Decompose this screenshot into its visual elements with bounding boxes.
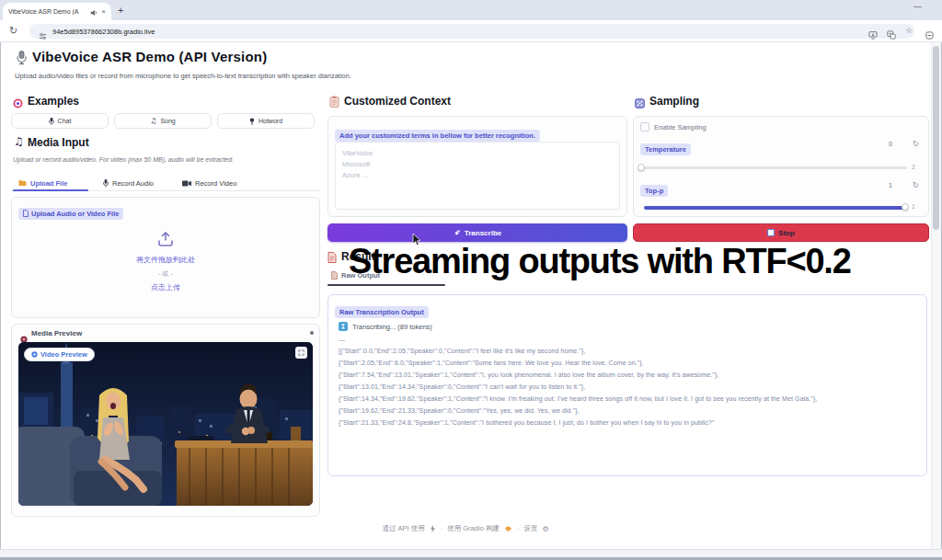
- transcription-line: {"Start":13.01,"End":14.34,"Speaker":0,"…: [339, 383, 585, 390]
- settings-gear-icon[interactable]: ⚙: [542, 525, 548, 533]
- gradio-footer: 通过 API 使用 · 使用 Gradio 构建 · 设置 ⚙: [0, 524, 931, 533]
- stop-button-label: Stop: [778, 229, 795, 237]
- transcription-line: {"Start":14.34,"End":19.62,"Speaker":1,"…: [339, 395, 817, 402]
- tab-audio-icon[interactable]: [90, 4, 98, 20]
- transcribing-icon: [339, 322, 348, 331]
- stop-button[interactable]: Stop: [633, 223, 929, 242]
- new-tab-button[interactable]: +: [118, 5, 123, 16]
- top-p-slider-thumb[interactable]: [902, 203, 909, 211]
- dropzone-line2: - 或 -: [158, 269, 173, 279]
- context-placeholder-line2: Microsoft: [342, 159, 613, 170]
- example-song-button[interactable]: ♫ Song: [114, 113, 212, 129]
- top-p-reset-icon[interactable]: ↻: [913, 181, 919, 189]
- active-tab-underline: [13, 189, 88, 191]
- browser-menu-icon[interactable]: [925, 27, 934, 43]
- top-p-value[interactable]: 1: [870, 182, 892, 189]
- bookmark-star-icon[interactable]: ☆: [905, 26, 913, 35]
- file-dropzone[interactable]: 将文件拖放到此处 - 或 - 点击上传: [11, 221, 320, 318]
- tab-upload-file-label: Upload File: [30, 179, 67, 188]
- scrollbar[interactable]: [931, 42, 941, 549]
- raw-output-tab-underline: [327, 284, 445, 286]
- temperature-slider-thumb[interactable]: [638, 164, 645, 171]
- tab-record-audio-label: Record Audio: [112, 179, 154, 188]
- page-subtitle: Upload audio/video files or record from …: [15, 72, 351, 80]
- transcription-line: {"Start":7.54,"End":13.01,"Speaker":1,"C…: [339, 371, 718, 378]
- scrollbar-thumb[interactable]: [933, 46, 939, 230]
- footer-settings-link[interactable]: 设置: [523, 524, 537, 533]
- raw-output-label-text: Raw Transcription Output: [335, 306, 429, 318]
- temperature-label-pill: Temperature: [640, 139, 691, 155]
- footer-separator: ·: [441, 525, 443, 533]
- top-p-label-text: Top-p: [640, 185, 668, 197]
- record-mic-icon: [103, 179, 109, 188]
- dropzone-line1: 将文件拖放到此处: [136, 255, 195, 265]
- context-hint-text: Add your customized terms in bellow for …: [335, 130, 540, 142]
- transcription-line: [{"Start":0.0,"End":2.05,"Speaker":0,"Co…: [339, 348, 585, 354]
- media-input-icon: ♫: [14, 135, 24, 148]
- footer-separator: ·: [517, 525, 520, 533]
- top-p-slider-fill: [644, 206, 903, 210]
- example-hotword-button[interactable]: Hotword: [217, 113, 315, 129]
- rocket-icon: [454, 229, 461, 236]
- footer-api-link[interactable]: 通过 API 使用: [382, 524, 424, 533]
- tab-record-audio[interactable]: Record Audio: [103, 176, 154, 190]
- temperature-reset-icon[interactable]: ↻: [913, 140, 919, 148]
- folder-icon: [18, 179, 27, 187]
- pin-icon: [249, 118, 255, 125]
- raw-output-label-pill: Raw Transcription Output: [335, 302, 429, 318]
- video-fullscreen-icon[interactable]: [295, 347, 307, 359]
- enable-sampling-label: Enable Sampling: [654, 123, 706, 131]
- example-song-label: Song: [160, 118, 175, 124]
- overlay-caption: Streaming outputs with RTF<0.2: [349, 242, 851, 281]
- output-separator: ---: [339, 337, 345, 343]
- transcribing-status: Transcribing... (89 tokens): [339, 322, 432, 331]
- video-frame-talkshow: [18, 342, 313, 506]
- tab-close-icon[interactable]: ×: [101, 8, 106, 16]
- music-note-icon: ♫: [150, 117, 156, 125]
- transcription-line: {"Start":21.33,"End":24.8,"Speaker":1,"C…: [339, 419, 714, 426]
- window-bottom-strip: [0, 549, 942, 557]
- top-p-label-pill: Top-p: [640, 180, 668, 197]
- example-chat-button[interactable]: Chat: [11, 113, 109, 129]
- upload-label-text: Upload Audio or Video File: [31, 210, 119, 218]
- browser-tab[interactable]: VibeVoice ASR Demo (A ×: [3, 3, 111, 20]
- page-title: VibeVoice ASR Demo (API Version): [32, 49, 267, 64]
- context-placeholder-line1: VibeVoice: [342, 148, 613, 159]
- enable-sampling-checkbox[interactable]: [640, 122, 649, 131]
- temperature-value[interactable]: 0: [870, 141, 892, 147]
- translate-icon[interactable]: [887, 27, 896, 43]
- file-icon: [23, 210, 29, 217]
- api-bolt-icon: [430, 525, 436, 532]
- upload-label-pill: Upload Audio or Video File: [18, 204, 123, 221]
- tab-record-video-label: Record Video: [195, 179, 236, 188]
- tab-title: VibeVoice ASR Demo (A: [8, 8, 86, 15]
- footer-gradio-link[interactable]: 使用 Gradio 构建: [447, 524, 500, 533]
- video-camera-icon: [182, 180, 191, 187]
- context-hint-pill: Add your customized terms in bellow for …: [335, 125, 540, 142]
- example-chat-label: Chat: [58, 118, 72, 124]
- dice-icon: [635, 96, 645, 112]
- context-placeholder-line3: Azure ...: [342, 170, 613, 181]
- site-info-icon[interactable]: [39, 28, 47, 44]
- video-preview-badge-label: Video Preview: [40, 350, 87, 359]
- temperature-slider-track[interactable]: [644, 166, 907, 169]
- temperature-max-label: 2: [912, 164, 915, 170]
- tab-upload-file[interactable]: Upload File: [18, 176, 67, 190]
- transcription-line: {"Start":19.62,"End":21.33,"Speaker":0,"…: [339, 407, 580, 414]
- url-bar[interactable]: [29, 24, 914, 39]
- video-preview[interactable]: Video Preview: [18, 342, 313, 506]
- customized-context-heading: Customized Context: [344, 95, 451, 108]
- app-mic-icon: [16, 51, 28, 68]
- context-textarea[interactable]: VibeVoice Microsoft Azure ...: [335, 142, 620, 210]
- reload-icon[interactable]: ↻: [9, 25, 17, 37]
- save-page-icon[interactable]: [868, 27, 878, 43]
- preview-collapse-icon[interactable]: [310, 331, 314, 335]
- sampling-heading: Sampling: [649, 95, 699, 108]
- transcribe-button[interactable]: Transcribe: [327, 223, 627, 242]
- top-p-max-label: 1: [912, 203, 915, 210]
- url-text[interactable]: 94e5d895378662308b.gradio.live: [52, 28, 155, 36]
- raw-output-icon: [331, 271, 338, 280]
- dropzone-line3: 点击上传: [151, 282, 180, 292]
- window-minimize-button[interactable]: —: [913, 2, 922, 11]
- tab-record-video[interactable]: Record Video: [182, 176, 236, 190]
